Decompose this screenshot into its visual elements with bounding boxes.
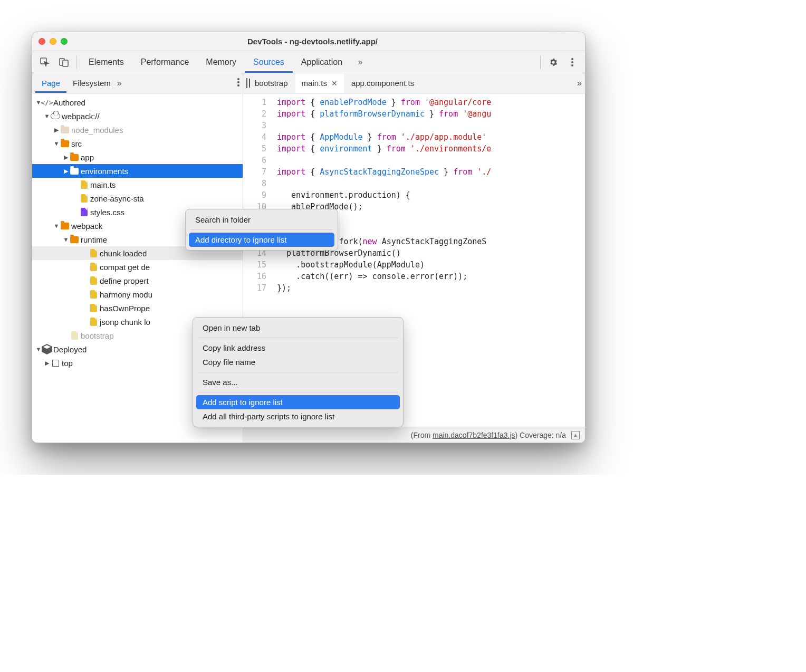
svg-point-3: [571, 58, 573, 60]
editor-tab-main-ts[interactable]: main.ts✕: [295, 73, 344, 93]
menu-copy-link-address[interactable]: Copy link address: [193, 341, 403, 355]
menu-separator: [198, 372, 398, 372]
folder-icon: [60, 127, 70, 133]
menu-copy-file-name[interactable]: Copy file name: [193, 355, 403, 369]
svg-point-4: [571, 61, 573, 63]
frame-icon: [50, 360, 61, 367]
file-icon: [88, 304, 99, 312]
navigator-tabs: Page Filesystem »: [32, 73, 243, 93]
tree-webpack-scheme[interactable]: ▼webpack://: [32, 109, 243, 123]
tree-file-zone-async[interactable]: zone-async-sta: [32, 191, 243, 205]
tab-sources[interactable]: Sources: [245, 51, 293, 73]
tree-environments[interactable]: ▶environments: [32, 164, 243, 178]
device-toolbar-icon[interactable]: [54, 54, 73, 71]
settings-gear-icon[interactable]: [544, 54, 563, 71]
file-icon: [79, 194, 89, 203]
folder-icon: [60, 140, 70, 147]
window-title: DevTools - ng-devtools.netlify.app/: [78, 37, 579, 46]
devtools-window: DevTools - ng-devtools.netlify.app/ Elem…: [32, 32, 586, 443]
file-icon: [88, 290, 99, 299]
navigator-kebab-icon[interactable]: [237, 78, 239, 89]
menu-separator: [198, 392, 398, 392]
cloud-icon: [50, 113, 61, 119]
context-menu-file: Open in new tab Copy link address Copy f…: [193, 317, 404, 427]
file-icon: [88, 276, 99, 285]
file-icon: [88, 249, 99, 257]
tree-file-hasownproperty[interactable]: hasOwnPrope: [32, 301, 243, 315]
menu-separator: [191, 229, 332, 230]
tree-file-main-ts[interactable]: main.ts: [32, 178, 243, 191]
tree-node-modules[interactable]: ▶node_modules: [32, 123, 243, 137]
close-window-button[interactable]: [39, 38, 45, 45]
menu-search-in-folder[interactable]: Search in folder: [186, 213, 338, 227]
tree-file-compat-get[interactable]: compat get de: [32, 260, 243, 274]
file-icon: [69, 331, 80, 340]
file-icon: [79, 208, 89, 216]
svg-point-8: [237, 84, 239, 87]
svg-point-5: [571, 64, 573, 66]
code-icon: </>: [42, 99, 52, 107]
tree-file-define-property[interactable]: define propert: [32, 274, 243, 287]
menu-add-directory-ignore[interactable]: Add directory to ignore list: [189, 233, 334, 247]
cube-icon: [42, 344, 52, 354]
tree-src[interactable]: ▼src: [32, 137, 243, 150]
folder-icon: [60, 223, 70, 229]
source-map-toggle-icon[interactable]: ▲: [571, 431, 580, 439]
show-navigator-icon[interactable]: [246, 79, 247, 88]
traffic-lights: [39, 38, 68, 45]
folder-icon: [69, 168, 80, 175]
status-source-link[interactable]: main.dacof7b2fe3f1fa3.js: [433, 431, 515, 439]
svg-point-7: [237, 81, 239, 83]
svg-point-6: [237, 78, 239, 80]
editor-tab-app-component[interactable]: app.component.ts: [345, 73, 420, 93]
zoom-window-button[interactable]: [61, 38, 68, 45]
menu-save-as[interactable]: Save as...: [193, 375, 403, 389]
context-menu-folder: Search in folder Add directory to ignore…: [185, 209, 338, 251]
tree-authored[interactable]: ▼</>Authored: [32, 95, 243, 109]
file-icon: [88, 263, 99, 271]
inspect-element-icon[interactable]: [35, 54, 54, 71]
editor-tabs: bootstrap main.ts✕ app.component.ts »: [243, 73, 585, 93]
minimize-window-button[interactable]: [50, 38, 56, 45]
editor-statusbar: (From main.dacof7b2fe3f1fa3.js) Coverage…: [243, 427, 585, 443]
tab-application[interactable]: Application: [293, 51, 351, 73]
separator: [540, 55, 541, 69]
tree-app[interactable]: ▶app: [32, 150, 243, 164]
close-tab-icon[interactable]: ✕: [331, 79, 338, 88]
navigator-tab-page[interactable]: Page: [35, 73, 66, 93]
folder-icon: [69, 236, 80, 243]
file-icon: [79, 180, 89, 189]
menu-add-third-party-ignore[interactable]: Add all third-party scripts to ignore li…: [193, 409, 403, 424]
file-icon: [88, 318, 99, 326]
status-from: (From main.dacof7b2fe3f1fa3.js) Coverage…: [411, 431, 566, 439]
editor-tab-bootstrap[interactable]: bootstrap: [248, 73, 294, 93]
separator: [76, 55, 77, 69]
tree-file-harmony[interactable]: harmony modu: [32, 287, 243, 301]
tab-elements[interactable]: Elements: [80, 51, 132, 73]
folder-icon: [69, 154, 80, 161]
kebab-menu-icon[interactable]: [563, 54, 582, 71]
menu-separator: [198, 338, 398, 338]
navigator-tab-filesystem[interactable]: Filesystem: [66, 73, 117, 93]
menu-add-script-ignore[interactable]: Add script to ignore list: [196, 395, 400, 409]
devtools-tabbar: Elements Performance Memory Sources Appl…: [32, 51, 585, 73]
window-titlebar: DevTools - ng-devtools.netlify.app/: [32, 32, 585, 51]
menu-open-new-tab[interactable]: Open in new tab: [193, 321, 403, 335]
more-editor-tabs-icon[interactable]: »: [577, 79, 582, 88]
tab-performance[interactable]: Performance: [132, 51, 198, 73]
more-tabs-icon[interactable]: »: [351, 54, 370, 71]
svg-rect-2: [63, 60, 68, 66]
tab-memory[interactable]: Memory: [197, 51, 245, 73]
more-navigator-tabs-icon[interactable]: »: [117, 79, 122, 88]
